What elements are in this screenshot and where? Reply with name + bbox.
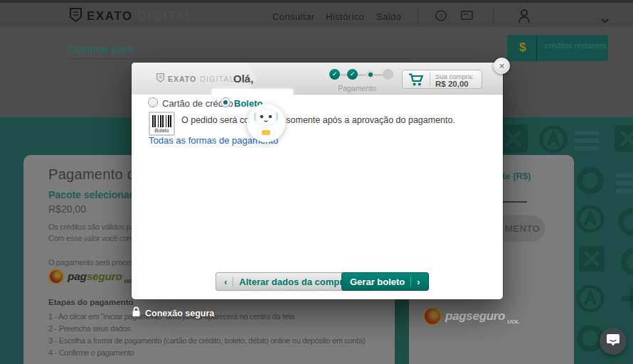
cart-icon xyxy=(408,73,425,90)
circle-a-watermark-icon xyxy=(576,205,605,236)
brand-logo[interactable]: EXATO DIGITAL xyxy=(70,8,193,25)
ring-watermark-icon xyxy=(620,247,633,279)
back-button[interactable]: ‹ Alterar dados da compra xyxy=(216,272,357,291)
shield-logo-icon xyxy=(70,8,82,25)
boleto-description: O pedido será confirmado somente após a … xyxy=(181,115,455,125)
cart-summary-button[interactable]: Sua compra: R$ 20,00 xyxy=(402,70,482,89)
menu-lines-watermark-icon xyxy=(575,128,599,155)
radio-boleto[interactable] xyxy=(220,97,230,107)
x-square-watermark-icon xyxy=(578,245,606,276)
nav-historico[interactable]: Histórico xyxy=(326,11,364,22)
step-done-icon: ✓ xyxy=(329,69,340,80)
modal-brand-suffix: DIGITAL xyxy=(200,75,234,83)
comprar-para-link[interactable]: Comprar para xyxy=(68,43,134,55)
cart-divider xyxy=(430,73,430,86)
user-icon[interactable] xyxy=(517,9,531,27)
x-square-watermark-icon xyxy=(613,124,633,156)
circle-a-watermark-icon xyxy=(539,125,568,156)
ring-watermark-icon xyxy=(617,208,633,239)
circle-a-watermark-icon xyxy=(576,284,605,316)
header-divider xyxy=(417,8,418,25)
start-payment-label: MENTO xyxy=(505,223,540,234)
modal-header: EXATO DIGITAL Olá, ✓ ✓ Pagamento Sua com… xyxy=(132,63,503,95)
nav-saldo[interactable]: Saldo xyxy=(376,11,401,22)
assistant-robot-avatar[interactable] xyxy=(247,104,285,142)
menu-lines-watermark-icon xyxy=(616,171,633,198)
pagseguro-text: pag xyxy=(68,270,87,282)
checkout-modal: EXATO DIGITAL Olá, ✓ ✓ Pagamento Sua com… xyxy=(132,63,503,299)
currency-icon: $ xyxy=(519,41,526,55)
brand-name: EXATO xyxy=(87,9,133,23)
pagseguro-logo: pagseguro UOL xyxy=(48,269,134,284)
ring-watermark-icon xyxy=(576,166,605,198)
barcode-caption: Boleto xyxy=(150,128,174,133)
step-active-icon xyxy=(366,70,374,78)
form-divider xyxy=(68,58,413,59)
package-selected-label: Pacote selecionado xyxy=(48,189,142,200)
greeting-text: Olá, xyxy=(233,73,253,85)
plus-watermark-icon xyxy=(620,286,633,314)
pagseguro-ball-icon xyxy=(423,307,442,326)
submit-button-label: Gerar boleto xyxy=(350,277,405,287)
nav-consultar[interactable]: Consultar xyxy=(272,11,314,22)
payment-step-line: 2 - Preencha seus dados xyxy=(48,324,130,333)
close-icon[interactable]: × xyxy=(494,58,510,74)
boleto-barcode-icon: Boleto xyxy=(149,112,175,136)
chevron-left-icon: ‹ xyxy=(224,277,227,287)
payment-step-line: 3 - Escolha a forma de pagamento (cartão… xyxy=(48,336,365,345)
payment-step-line: 4 - Confirme o pagamento xyxy=(48,348,134,357)
value-label-fragment: te (R$) xyxy=(502,171,531,181)
cart-value: R$ 20,00 xyxy=(435,80,469,88)
steps-connector xyxy=(334,74,388,76)
pagseguro-text: seguro xyxy=(87,270,122,282)
secure-connection-label: Conexão segura xyxy=(145,309,214,318)
step-done-icon: ✓ xyxy=(347,69,358,80)
header-divider xyxy=(493,8,494,25)
card-icon[interactable] xyxy=(461,10,473,23)
pagseguro-logo-white: pagseguro UOL xyxy=(423,307,519,326)
brand-suffix: DIGITAL xyxy=(138,9,194,23)
app-screen: EXATO DIGITAL Consultar Histórico Saldo … xyxy=(0,0,633,364)
chevron-down-icon[interactable] xyxy=(601,14,609,26)
credits-remaining-button[interactable]: $ créditos restantes xyxy=(507,35,608,61)
back-button-label: Alterar dados da compra xyxy=(239,277,348,287)
lock-icon xyxy=(132,306,141,320)
step-pending-icon xyxy=(383,69,393,80)
chat-widget-button[interactable] xyxy=(600,328,627,355)
pagseguro-text: seguro xyxy=(466,309,505,323)
generate-boleto-button[interactable]: Gerar boleto › xyxy=(341,272,429,291)
pagseguro-text: pag xyxy=(445,309,466,323)
pagseguro-ball-icon xyxy=(48,269,64,284)
help-icon[interactable]: ? xyxy=(435,10,447,24)
checkout-progress-steps: ✓ ✓ Pagamento xyxy=(329,69,400,93)
top-header: EXATO DIGITAL Consultar Histórico Saldo … xyxy=(0,0,633,27)
secure-connection-badge: Conexão segura xyxy=(132,306,214,320)
chat-bubble-icon xyxy=(606,333,620,350)
credits-label: créditos restantes xyxy=(545,41,607,50)
modal-brand-name: EXATO xyxy=(168,75,196,83)
chevron-right-icon: › xyxy=(417,277,420,287)
button-divider xyxy=(536,35,537,61)
active-step-label: Pagamento xyxy=(335,84,379,92)
shield-logo-icon xyxy=(156,73,164,85)
svg-text:?: ? xyxy=(439,13,442,20)
payment-steps-title: Etapas do pagamento xyxy=(48,298,134,306)
radio-cartao-credito[interactable] xyxy=(148,97,158,107)
uol-text: UOL xyxy=(507,318,519,325)
package-value: R$20,00 xyxy=(48,203,86,215)
